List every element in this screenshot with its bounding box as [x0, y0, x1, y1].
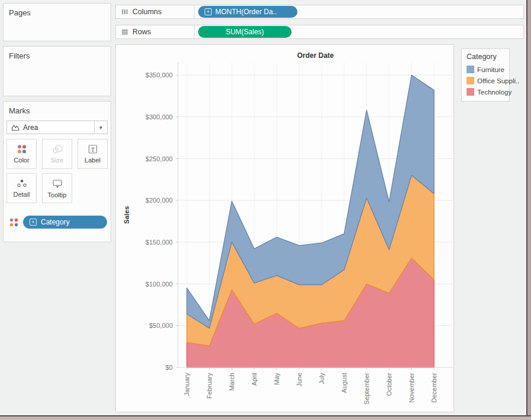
svg-text:October: October [386, 373, 393, 396]
color-legend: Category Furniture Office Suppli.. Techn… [461, 48, 510, 102]
rows-pill-label: SUM(Sales) [226, 28, 264, 36]
pages-shelf-title: Pages [9, 8, 111, 17]
svg-text:$150,000: $150,000 [145, 239, 173, 246]
svg-text:$200,000: $200,000 [145, 197, 173, 204]
category-pill-label: Category [41, 218, 70, 226]
svg-text:January: January [183, 373, 190, 396]
svg-text:$350,000: $350,000 [145, 71, 173, 79]
area-chart-icon [11, 124, 20, 131]
svg-text:March: March [228, 373, 235, 391]
color-dots-icon [17, 144, 27, 154]
color-button-label: Color [14, 157, 29, 164]
svg-text:September: September [363, 373, 370, 405]
columns-pill-label: MONTH(Order Da.. [215, 8, 277, 16]
svg-text:July: July [318, 373, 325, 385]
category-encoding-pill[interactable]: + Category [23, 216, 107, 229]
tableau-window: Pages Filters Marks Area ▾ Color [0, 0, 531, 420]
svg-text:December: December [430, 373, 438, 403]
legend-title: Category [467, 53, 509, 61]
office-supplies-swatch [467, 77, 474, 84]
tooltip-bubble-icon [51, 178, 63, 189]
filters-shelf-title: Filters [9, 51, 111, 60]
columns-shelf[interactable]: Columns + MONTH(Order Da.. [115, 5, 524, 19]
chevron-down-icon[interactable]: ▾ [94, 121, 107, 134]
svg-text:$300,000: $300,000 [145, 113, 173, 121]
rows-shelf-label: Rows [132, 28, 151, 36]
svg-text:$250,000: $250,000 [145, 155, 173, 162]
svg-text:$0: $0 [166, 364, 173, 371]
svg-text:Sales: Sales [123, 206, 130, 224]
furniture-swatch [467, 66, 474, 73]
size-button-label: Size [51, 157, 63, 164]
detail-button-label: Detail [13, 191, 30, 198]
tooltip-button-label: Tooltip [48, 191, 67, 198]
stacked-area-chart[interactable]: $0$50,000$100,000$150,000$200,000$250,00… [116, 45, 454, 412]
svg-text:May: May [273, 373, 280, 385]
columns-shelf-label: Columns [132, 8, 161, 16]
detail-dots-icon [16, 178, 28, 188]
svg-text:February: February [206, 373, 213, 399]
legend-label: Office Suppli.. [477, 77, 519, 84]
color-button[interactable]: Color [7, 139, 37, 169]
svg-text:April: April [251, 373, 258, 386]
columns-pill-month-order-date[interactable]: + MONTH(Order Da.. [198, 6, 297, 18]
rows-shelf-head: Rows [116, 25, 195, 38]
tooltip-button[interactable]: Tooltip [42, 173, 72, 203]
svg-text:June: June [296, 373, 303, 387]
rows-pill-sum-sales[interactable]: SUM(Sales) [198, 26, 292, 38]
color-encoding-icon [9, 217, 19, 227]
legend-label: Technology [477, 89, 511, 96]
size-button[interactable]: Size [42, 139, 72, 169]
mark-type-value: Area [23, 123, 38, 132]
marks-panel-title: Marks [9, 106, 111, 115]
technology-swatch [467, 88, 474, 96]
marks-encoding-row: + Category [9, 216, 107, 229]
window-bottom-border [0, 415, 531, 420]
expand-plus-icon[interactable]: + [30, 219, 37, 226]
svg-text:$100,000: $100,000 [145, 281, 173, 288]
label-button[interactable]: T Label [77, 139, 108, 169]
svg-text:November: November [408, 373, 415, 403]
mark-type-dropdown[interactable]: Area ▾ [7, 121, 108, 134]
columns-shelf-head: Columns [116, 5, 195, 18]
svg-text:Order Date: Order Date [297, 51, 334, 60]
label-button-label: Label [85, 157, 101, 164]
rows-icon [121, 28, 128, 35]
columns-icon [121, 8, 128, 15]
text-label-icon: T [88, 144, 98, 154]
legend-item-furniture[interactable]: Furniture [462, 64, 509, 75]
size-circles-icon [51, 144, 63, 154]
legend-label: Furniture [477, 66, 504, 73]
svg-text:August: August [341, 373, 348, 393]
worksheet-view: $0$50,000$100,000$150,000$200,000$250,00… [115, 44, 454, 412]
filters-shelf[interactable]: Filters [3, 46, 111, 96]
rows-shelf[interactable]: Rows SUM(Sales) [115, 25, 524, 39]
svg-text:T: T [90, 146, 94, 153]
window-right-border [526, 0, 531, 420]
legend-item-office-supplies[interactable]: Office Suppli.. [462, 75, 509, 86]
marks-buttons: Color Size T Label [7, 139, 108, 203]
marks-panel: Marks Area ▾ Color Size [3, 101, 111, 242]
svg-text:$50,000: $50,000 [149, 322, 173, 329]
detail-button[interactable]: Detail [7, 173, 37, 203]
pages-shelf[interactable]: Pages [3, 3, 111, 41]
legend-item-technology[interactable]: Technology [462, 86, 509, 97]
expand-plus-icon[interactable]: + [205, 8, 212, 15]
